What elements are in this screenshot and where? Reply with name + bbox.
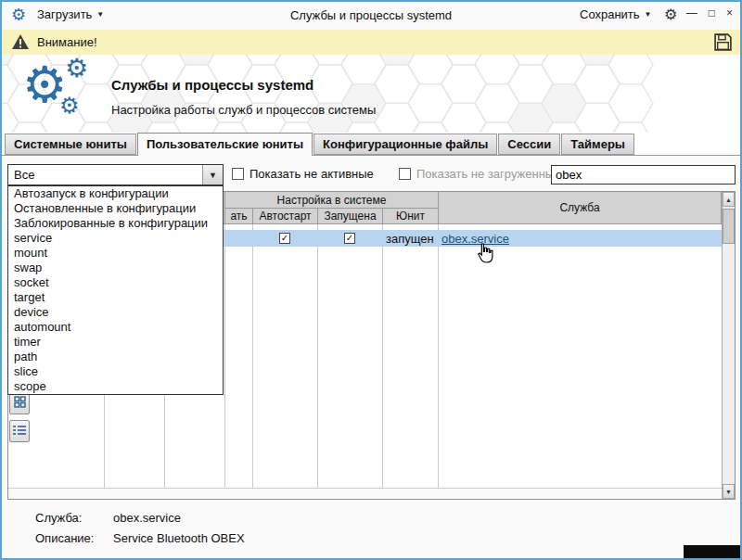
column-label: Запущена (324, 210, 376, 223)
show-inactive-checkbox[interactable] (232, 168, 244, 180)
show-unloaded-label: Показать не загруженные (416, 167, 560, 181)
combobox-value: Все (14, 168, 34, 182)
dropdown-item[interactable]: Заблокированные в конфигурации (8, 216, 223, 231)
horizontal-scroll-area[interactable] (8, 488, 722, 500)
systemd-services-window: ⚙ Загрузить ▼ Службы и процессы systemd … (0, 0, 742, 560)
maximize-button[interactable]: □ (709, 6, 715, 19)
dropdown-item[interactable]: mount (8, 246, 223, 261)
list-icon (13, 425, 26, 439)
tab-system-units[interactable]: Системные юниты (5, 134, 136, 155)
autostart-checkbox[interactable]: ✓ (279, 233, 290, 244)
dropdown-item[interactable]: target (8, 290, 223, 305)
grid-line (252, 224, 253, 488)
mouse-hand-cursor (476, 243, 493, 266)
dropdown-item[interactable]: device (8, 305, 223, 320)
minimize-button[interactable]: — (686, 6, 697, 19)
page-subtitle: Настройка работы служб и процессов систе… (111, 103, 376, 117)
vertical-scrollbar[interactable]: ▲ ▼ (722, 192, 735, 499)
service-detail-label: Служба: (35, 511, 82, 525)
dropdown-item[interactable]: Остановленные в конфигурации (8, 201, 223, 216)
list-view-button[interactable] (9, 420, 30, 442)
chevron-down-icon: ▼ (209, 171, 217, 180)
combobox-dropdown-button[interactable]: ▼ (202, 165, 223, 185)
unit-type-combobox[interactable]: Все ▼ (7, 164, 224, 185)
arrow-up-icon: ▲ (725, 197, 732, 203)
save-menu-button[interactable]: Сохранить ▼ (580, 7, 652, 21)
column-label: Юнит (396, 210, 425, 223)
grid-line (317, 224, 318, 488)
grid-icon (14, 396, 26, 411)
dropdown-item[interactable]: socket (8, 275, 223, 290)
unit-type-dropdown-list: Автозапуск в конфигурации Остановленные … (7, 185, 224, 395)
arrow-down-icon: ▼ (725, 489, 732, 495)
dropdown-item[interactable]: timer (8, 335, 223, 350)
module-gear-icon: ⚙ (65, 55, 88, 83)
column-label: Служба (559, 201, 599, 214)
check-icon: ✓ (281, 234, 288, 243)
dropdown-item[interactable]: scope (8, 379, 223, 394)
column-label: Автостарт (259, 210, 311, 223)
column-header-service[interactable]: Служба (438, 191, 722, 224)
dropdown-item[interactable]: path (8, 350, 223, 364)
settings-gear-icon[interactable]: ⚙ (664, 6, 677, 23)
close-button[interactable]: × (726, 6, 733, 19)
search-input[interactable] (551, 165, 736, 185)
tab-sessions[interactable]: Сессии (498, 134, 560, 155)
tab-user-units[interactable]: Пользовательские юниты (137, 133, 313, 156)
column-header-autostart[interactable]: Автостарт (252, 208, 318, 224)
module-gear-icon: ⚙ (59, 94, 80, 118)
tab-config-files[interactable]: Конфигурационные файлы (313, 134, 497, 155)
column-header-partial[interactable]: ать (224, 208, 253, 224)
warning-bar: Внимание! (2, 30, 740, 56)
grid-view-button[interactable] (9, 392, 30, 414)
show-unloaded-checkbox[interactable] (399, 168, 411, 180)
grid-line (438, 224, 439, 488)
bottom-right-dark-panel (684, 545, 742, 560)
module-header: ⚙ ⚙ ⚙ Службы и процессы systemd Настройк… (2, 55, 740, 133)
grid-line (382, 224, 383, 488)
running-checkbox[interactable]: ✓ (344, 233, 355, 244)
hexagon-pattern (2, 55, 740, 133)
dropdown-item[interactable]: Автозапуск в конфигурации (8, 186, 223, 201)
chevron-down-icon: ▼ (645, 10, 652, 19)
warning-triangle-icon (11, 33, 30, 53)
scroll-up-button[interactable]: ▲ (723, 192, 735, 207)
dropdown-item[interactable]: service (8, 231, 223, 246)
tab-timers[interactable]: Таймеры (561, 134, 634, 155)
column-header-unit[interactable]: Юнит (382, 208, 439, 224)
check-icon: ✓ (346, 234, 353, 243)
scroll-down-button[interactable]: ▼ (723, 484, 735, 499)
dropdown-item[interactable]: automount (8, 320, 223, 335)
tab-bar: Системные юниты Пользовательские юниты К… (5, 133, 634, 156)
title-bar: ⚙ Загрузить ▼ Службы и процессы systemd … (2, 2, 740, 31)
show-inactive-label: Показать не активные (249, 167, 374, 181)
column-label: ать (230, 210, 247, 223)
warning-text: Внимание! (37, 35, 97, 49)
dropdown-item[interactable]: slice (8, 364, 223, 379)
grid-line (224, 224, 225, 488)
description-detail-value: Service Bluetooth OBEX (113, 531, 245, 545)
column-header-running[interactable]: Запущена (317, 208, 383, 224)
save-menu-label: Сохранить (580, 7, 640, 21)
page-title: Службы и процессы systemd (111, 77, 313, 93)
unit-state-cell: запущен (386, 232, 434, 246)
save-floppy-icon[interactable] (713, 32, 733, 55)
scrollbar-thumb[interactable] (723, 209, 735, 244)
window-controls: — □ × (686, 6, 733, 19)
group-header-label: Настройка в системе (277, 194, 387, 207)
dropdown-item[interactable]: swap (8, 261, 223, 275)
table-group-header[interactable]: Настройка в системе (224, 191, 439, 209)
description-detail-label: Описание: (35, 531, 94, 545)
service-detail-value: obex.service (113, 511, 181, 525)
